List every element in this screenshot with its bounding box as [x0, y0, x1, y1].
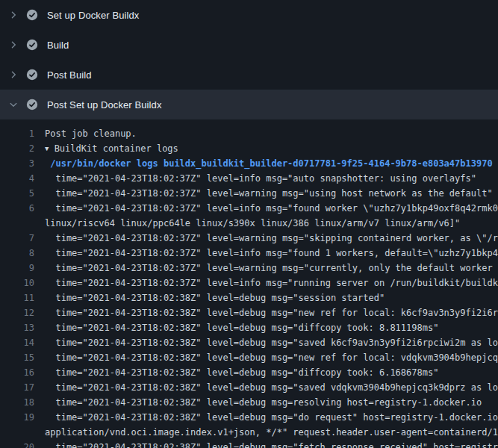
check-circle-icon — [26, 69, 38, 81]
log-text: time="2021-04-23T18:02:38Z" level=debug … — [34, 410, 498, 425]
chevron-right-icon — [8, 10, 19, 20]
log-text: time="2021-04-23T18:02:38Z" level=debug … — [34, 305, 498, 320]
chevron-down-icon — [8, 99, 19, 110]
line-number[interactable]: 1 — [0, 126, 34, 141]
log-line: 16 time="2021-04-23T18:02:38Z" level=deb… — [0, 365, 498, 380]
log-text: time="2021-04-23T18:02:37Z" level=info m… — [34, 171, 498, 186]
log-text: time="2021-04-23T18:02:37Z" level=warnin… — [34, 231, 498, 246]
log-text: time="2021-04-23T18:02:38Z" level=debug … — [34, 335, 498, 350]
log-line: 6 time="2021-04-23T18:02:37Z" level=info… — [0, 201, 498, 216]
log-text: time="2021-04-23T18:02:38Z" level=debug … — [34, 365, 498, 380]
step-label: Post Set up Docker Buildx — [47, 99, 162, 111]
line-number[interactable]: 11 — [0, 290, 34, 305]
log-line: 1 Post job cleanup. — [0, 126, 498, 141]
log-text: linux/riscv64 linux/ppc64le linux/s390x … — [34, 216, 498, 231]
line-number[interactable]: 3 — [0, 156, 34, 171]
line-number[interactable]: 14 — [0, 335, 34, 350]
step-header[interactable]: Set up Docker Buildx — [0, 0, 498, 30]
log-text: /usr/bin/docker logs buildx_buildkit_bui… — [34, 156, 498, 171]
log-text: time="2021-04-23T18:02:38Z" level=debug … — [34, 320, 498, 335]
group-toggle-icon[interactable]: ▼ — [45, 141, 49, 156]
log-line: 14 time="2021-04-23T18:02:38Z" level=deb… — [0, 335, 498, 350]
log-line: linux/riscv64 linux/ppc64le linux/s390x … — [0, 216, 498, 231]
check-circle-icon — [26, 99, 38, 111]
log-line: application/vnd.oci.image.index.v1+json,… — [0, 425, 498, 440]
line-number[interactable]: 6 — [0, 201, 34, 216]
log-text: time="2021-04-23T18:02:38Z" level=debug … — [34, 380, 498, 395]
log-text: time="2021-04-23T18:02:38Z" level=debug … — [34, 395, 498, 410]
log-text: time="2021-04-23T18:02:37Z" level=warnin… — [34, 186, 498, 201]
check-circle-icon — [26, 39, 38, 51]
log-line: 15 time="2021-04-23T18:02:38Z" level=deb… — [0, 350, 498, 365]
log-line: 17 time="2021-04-23T18:02:38Z" level=deb… — [0, 380, 498, 395]
step-header[interactable]: Post Build — [0, 60, 498, 90]
step-label: Post Build — [47, 69, 92, 81]
line-number[interactable]: 20 — [0, 440, 34, 448]
line-number[interactable]: 4 — [0, 171, 34, 186]
chevron-right-icon — [8, 40, 19, 50]
log-text: time="2021-04-23T18:02:37Z" level=info m… — [34, 201, 498, 216]
log-text: time="2021-04-23T18:02:38Z" level=debug … — [34, 440, 498, 448]
log-text: ▼ BuildKit container logs — [34, 141, 498, 156]
log-line: 4 time="2021-04-23T18:02:37Z" level=info… — [0, 171, 498, 186]
log-line: 7 time="2021-04-23T18:02:37Z" level=warn… — [0, 231, 498, 246]
actions-log-viewer: Set up Docker Buildx Build P — [0, 0, 498, 448]
line-number[interactable]: 15 — [0, 350, 34, 365]
log-line: 2 ▼ BuildKit container logs — [0, 141, 498, 156]
log-text: Post job cleanup. — [34, 126, 498, 141]
log-line: 13 time="2021-04-23T18:02:38Z" level=deb… — [0, 320, 498, 335]
log-text: time="2021-04-23T18:02:38Z" level=debug … — [34, 350, 498, 365]
log-output: 1 Post job cleanup. 2 ▼ BuildKit contain… — [0, 119, 498, 448]
line-number[interactable]: 7 — [0, 231, 34, 246]
log-line: 9 time="2021-04-23T18:02:37Z" level=warn… — [0, 261, 498, 276]
line-number[interactable]: 2 — [0, 141, 34, 156]
log-line: 18 time="2021-04-23T18:02:38Z" level=deb… — [0, 395, 498, 410]
log-text: application/vnd.oci.image.index.v1+json,… — [34, 425, 498, 440]
group-label[interactable]: BuildKit container logs — [49, 143, 178, 154]
log-line: 11 time="2021-04-23T18:02:38Z" level=deb… — [0, 290, 498, 305]
step-list: Set up Docker Buildx Build P — [0, 0, 498, 119]
line-number — [0, 425, 34, 440]
step-header[interactable]: Post Set up Docker Buildx — [0, 90, 498, 119]
step-label: Set up Docker Buildx — [47, 10, 139, 21]
line-number[interactable]: 13 — [0, 320, 34, 335]
log-line: 20 time="2021-04-23T18:02:38Z" level=deb… — [0, 440, 498, 448]
log-line: 12 time="2021-04-23T18:02:38Z" level=deb… — [0, 305, 498, 320]
line-number[interactable]: 16 — [0, 365, 34, 380]
log-line: 5 time="2021-04-23T18:02:37Z" level=warn… — [0, 186, 498, 201]
line-number[interactable]: 17 — [0, 380, 34, 395]
line-number[interactable]: 8 — [0, 246, 34, 261]
step-header[interactable]: Build — [0, 30, 498, 60]
line-number[interactable]: 12 — [0, 305, 34, 320]
log-line: 10 time="2021-04-23T18:02:37Z" level=inf… — [0, 276, 498, 290]
log-text: time="2021-04-23T18:02:38Z" level=debug … — [34, 290, 498, 305]
chevron-right-icon — [8, 69, 19, 80]
log-line: 8 time="2021-04-23T18:02:37Z" level=info… — [0, 246, 498, 261]
step-label: Build — [47, 40, 69, 51]
log-text: time="2021-04-23T18:02:37Z" level=warnin… — [34, 261, 498, 276]
line-number[interactable]: 19 — [0, 410, 34, 425]
line-number[interactable]: 9 — [0, 261, 34, 276]
check-circle-icon — [26, 9, 38, 21]
log-text: time="2021-04-23T18:02:37Z" level=info m… — [34, 246, 498, 261]
log-text: time="2021-04-23T18:02:37Z" level=info m… — [34, 276, 498, 290]
log-line: 19 time="2021-04-23T18:02:38Z" level=deb… — [0, 410, 498, 425]
line-number[interactable]: 18 — [0, 395, 34, 410]
line-number[interactable]: 10 — [0, 276, 34, 290]
log-line: 3 /usr/bin/docker logs buildx_buildkit_b… — [0, 156, 498, 171]
line-number — [0, 216, 34, 231]
line-number[interactable]: 5 — [0, 186, 34, 201]
